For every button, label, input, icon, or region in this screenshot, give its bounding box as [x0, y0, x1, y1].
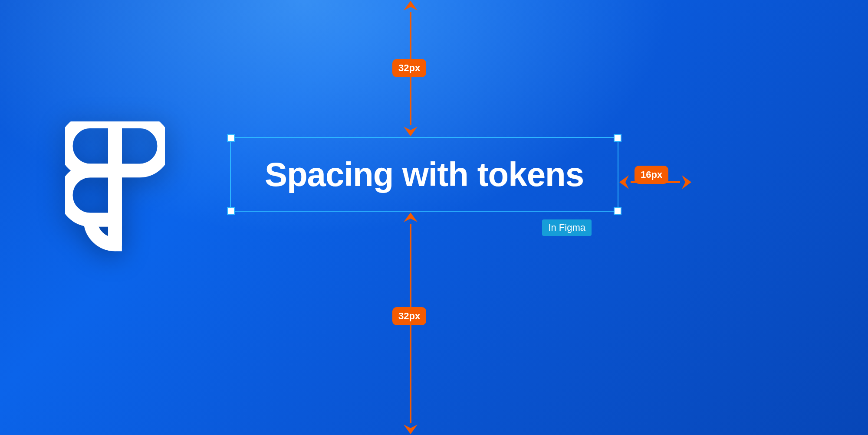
arrow-right-icon: [680, 173, 692, 191]
arrow-left-icon: [618, 173, 631, 191]
figma-logo-icon: [65, 121, 165, 269]
spacing-value-top: 32px: [392, 59, 426, 77]
selection-handle-bottom-left[interactable]: [227, 207, 235, 215]
selection-handle-top-left[interactable]: [227, 134, 235, 142]
spacing-measure-top: 32px: [402, 0, 419, 137]
spacing-value-bottom: 32px: [392, 307, 426, 325]
selection-dimensions-label: In Figma: [542, 219, 592, 236]
arrow-down-icon: [402, 423, 419, 435]
spacing-value-right: 16px: [635, 166, 668, 184]
arrow-up-icon: [402, 212, 419, 224]
spacing-measure-bottom: 32px: [402, 212, 419, 435]
arrow-down-icon: [402, 125, 419, 137]
selected-text-content: Spacing with tokens: [265, 155, 584, 194]
figma-canvas[interactable]: Spacing with tokens In Figma 32px 32px: [0, 0, 868, 435]
selection-handle-bottom-right[interactable]: [614, 207, 621, 215]
selection-handle-top-right[interactable]: [614, 134, 621, 142]
selected-text-frame[interactable]: Spacing with tokens In Figma: [230, 137, 618, 212]
arrow-up-icon: [402, 0, 419, 12]
